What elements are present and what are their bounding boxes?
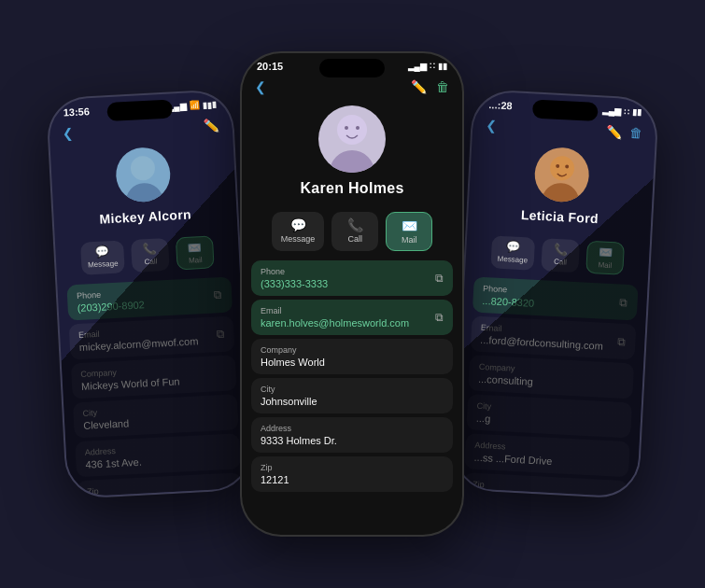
mail-icon-left: ✉️ xyxy=(188,241,203,255)
time-center: 20:15 xyxy=(257,61,283,72)
notch-center xyxy=(319,59,385,77)
delete-icon-center[interactable]: 🗑 xyxy=(436,79,449,94)
call-btn-right[interactable]: 📞 Call xyxy=(542,238,581,273)
email-row-left: Email mickey.alcorn@mwof.com ⧉ xyxy=(69,315,235,359)
address-row-left: Address 436 1st Ave. xyxy=(75,433,241,477)
avatar-center xyxy=(318,105,386,173)
battery-left: ▮▮▮ xyxy=(202,100,217,110)
address-row-right: Address ...ss ...Ford Drive xyxy=(464,433,630,477)
call-icon-left: 📞 xyxy=(143,243,158,257)
svg-point-5 xyxy=(356,126,360,130)
back-icon-right[interactable]: ❮ xyxy=(486,118,498,133)
company-row-left: Company Mickeys World of Fun xyxy=(71,355,237,399)
message-label-right: Message xyxy=(497,255,528,265)
battery-right: ▮▮ xyxy=(632,107,642,118)
copy-icon-phone-left[interactable]: ⧉ xyxy=(214,288,223,301)
message-icon-left: 💬 xyxy=(95,245,110,259)
phone-label-center: Phone xyxy=(261,267,430,276)
city-row-left: City Cleveland xyxy=(73,394,239,438)
signal-center: ▂▄▆ xyxy=(408,62,427,71)
call-btn-left[interactable]: 📞 Call xyxy=(131,238,170,273)
avatar-right xyxy=(533,147,590,203)
zip-row-left: Zip 37288 xyxy=(77,472,243,499)
email-row-center: Email karen.holves@holmesworld.com ⧉ xyxy=(251,300,453,335)
mail-btn-right[interactable]: ✉️ Mail xyxy=(585,241,625,275)
avatar-svg-center xyxy=(318,105,386,173)
phone-right: ...:28 ▂▄▆ ∷ ▮▮ ❮ ✏️ 🗑 xyxy=(452,89,659,499)
notch-left xyxy=(106,99,173,121)
message-btn-center[interactable]: 💬 Message xyxy=(272,212,325,251)
call-label-center: Call xyxy=(348,234,363,244)
mail-btn-left[interactable]: ✉️ Mail xyxy=(176,235,215,270)
edit-icon-right[interactable]: ✏️ xyxy=(606,124,623,140)
wifi-right: ∷ xyxy=(624,107,630,117)
message-label-left: Message xyxy=(88,259,119,270)
copy-icon-phone-right[interactable]: ⧉ xyxy=(619,296,628,309)
email-value-center: karen.holves@holmesworld.com xyxy=(261,317,430,329)
signal-right: ▂▄▆ xyxy=(602,105,622,116)
avatar-svg-left xyxy=(115,147,172,203)
avatar-left xyxy=(115,147,172,203)
zip-label-left: Zip xyxy=(87,480,233,497)
zip-value-center: 12121 xyxy=(261,474,444,485)
action-buttons-center: 💬 Message 📞 Call ✉️ Mail xyxy=(242,206,462,257)
phone-center: 20:15 ▂▄▆ ∷ ▮▮ ❮ ✏️ 🗑 xyxy=(240,51,464,537)
mail-label-right: Mail xyxy=(598,260,612,270)
call-label-right: Call xyxy=(554,258,567,267)
edit-icon-center[interactable]: ✏️ xyxy=(411,79,427,94)
edit-icon-left[interactable]: ✏️ xyxy=(203,118,219,133)
copy-icon-email-right[interactable]: ⧉ xyxy=(617,335,627,348)
message-btn-right[interactable]: 💬 Message xyxy=(490,235,535,270)
status-icons-right: ▂▄▆ ∷ ▮▮ xyxy=(602,105,642,117)
zip-row-center: Zip 12121 xyxy=(251,456,453,492)
nav-bar-center: ❮ ✏️ 🗑 xyxy=(242,76,462,98)
email-row-right: Email ...ford@fordconsulting.com ⧉ xyxy=(471,315,637,359)
delete-icon-right[interactable]: 🗑 xyxy=(629,125,643,141)
info-list-right: Phone ...820-8320 ⧉ Email ...ford@fordco… xyxy=(453,273,648,499)
svg-point-6 xyxy=(541,182,580,203)
call-icon-right: 📞 xyxy=(554,243,569,257)
city-label-center: City xyxy=(261,385,444,394)
mail-label-center: Mail xyxy=(402,235,417,245)
message-label-center: Message xyxy=(281,234,316,244)
contact-header-center: Karen Holmes xyxy=(242,98,462,206)
message-btn-left[interactable]: 💬 Message xyxy=(80,240,125,274)
status-bar-center: 20:15 ▂▄▆ ∷ ▮▮ xyxy=(242,53,462,76)
notch-right xyxy=(532,99,599,121)
contact-name-right: Leticia Ford xyxy=(520,207,599,226)
phone-row-left: Phone (203)290-8902 ⧉ xyxy=(66,276,233,320)
back-icon-left[interactable]: ❮ xyxy=(62,125,74,141)
phone-left: 13:56 ▂▄▆ 📶 ▮▮▮ ❮ ✏️ Mickey Alcorn � xyxy=(46,89,253,499)
message-icon-right: 💬 xyxy=(506,240,521,254)
address-label-center: Address xyxy=(261,424,444,433)
mail-label-left: Mail xyxy=(189,256,203,265)
phone-value-center: (333)333-3333 xyxy=(261,278,430,289)
address-value-center: 9333 Holmes Dr. xyxy=(261,435,444,446)
copy-icon-email-center[interactable]: ⧉ xyxy=(435,311,444,324)
status-icons-center: ▂▄▆ ∷ ▮▮ xyxy=(408,62,447,71)
svg-point-2 xyxy=(330,150,374,173)
mail-btn-center[interactable]: ✉️ Mail xyxy=(386,212,432,251)
back-icon-center[interactable]: ❮ xyxy=(255,79,266,94)
zip-label-right: Zip xyxy=(472,480,618,497)
company-value-center: Holmes World xyxy=(261,357,444,368)
contact-header-left: Mickey Alcorn xyxy=(49,135,237,238)
mail-icon-right: ✉️ xyxy=(599,245,613,259)
contact-name-center: Karen Holmes xyxy=(300,180,403,197)
status-icons-left: ▂▄▆ 📶 ▮▮▮ xyxy=(167,100,217,112)
company-row-right: Company ...consulting xyxy=(468,355,634,399)
contact-header-right: Leticia Ford xyxy=(468,135,656,238)
zip-row-right: Zip ...920 xyxy=(462,472,628,499)
info-list-center: Phone (333)333-3333 ⧉ Email karen.holves… xyxy=(242,257,462,496)
copy-icon-phone-center[interactable]: ⧉ xyxy=(435,272,444,285)
svg-point-1 xyxy=(130,156,155,181)
call-btn-center[interactable]: 📞 Call xyxy=(331,212,378,251)
svg-point-4 xyxy=(345,126,348,130)
time-right: ...:28 xyxy=(488,99,513,111)
address-row-center: Address 9333 Holmes Dr. xyxy=(251,417,453,453)
svg-point-3 xyxy=(337,115,367,145)
copy-icon-email-left[interactable]: ⧉ xyxy=(216,328,225,341)
mail-icon-center: ✉️ xyxy=(402,218,417,233)
email-label-center: Email xyxy=(261,306,430,315)
call-icon-center: 📞 xyxy=(347,217,363,232)
